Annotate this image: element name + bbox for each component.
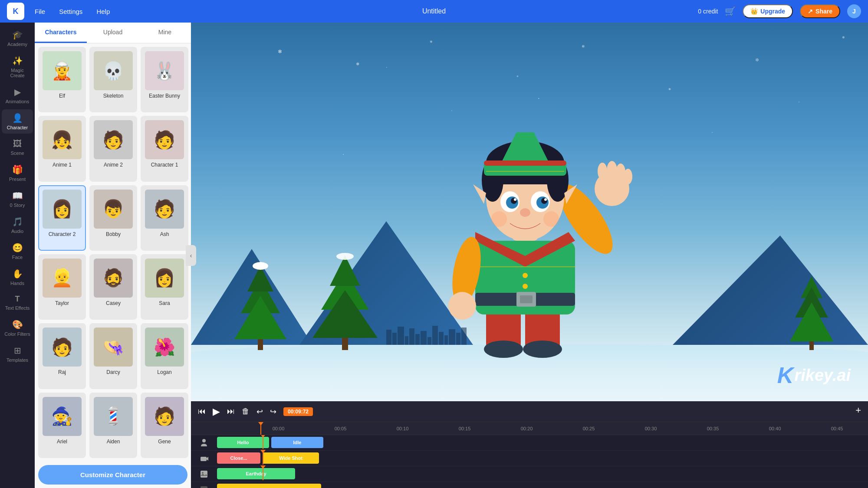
nav-file[interactable]: File: [35, 8, 45, 15]
char-card-taylor[interactable]: 👱 Taylor: [38, 254, 86, 320]
svg-point-11: [523, 284, 528, 289]
char-card-easter-bunny[interactable]: 🐰 Easter Bunny: [141, 47, 188, 112]
clip-close[interactable]: Close...: [217, 452, 260, 464]
snowflake: •: [712, 131, 713, 134]
char-card-sara[interactable]: 👩 Sara: [141, 254, 188, 320]
track-row-scene: Earthday: [191, 466, 868, 482]
char-name-skeleton: Skeleton: [103, 93, 124, 99]
sidebar-item-magic-create[interactable]: ✨ Magic Create: [2, 52, 33, 82]
char-card-character1[interactable]: 🧑 Character 1: [141, 116, 188, 181]
sidebar-item-face[interactable]: 😊 Face: [2, 239, 33, 263]
sidebar-item-hands[interactable]: ✋ Hands: [2, 265, 33, 289]
nav-menu: File Settings Help: [35, 8, 110, 15]
sidebar-item-text-effects[interactable]: T Text Effects: [2, 291, 33, 314]
clip-hello[interactable]: Hello: [217, 437, 269, 448]
canvas-area: ❄ ❄ ❄ ❄ ❄ ❄ ❄ ❄ • • • • • •: [191, 23, 868, 488]
ruler-mark-3: 00:15: [434, 426, 496, 431]
redo-button[interactable]: ↪: [270, 407, 276, 416]
ruler-mark-9: 00:45: [806, 426, 868, 431]
char-name-elf: Elf: [59, 93, 65, 99]
skip-forward-button[interactable]: ⏭: [227, 407, 235, 416]
sidebar-item-color-filters[interactable]: 🎨 Color Filters: [2, 316, 33, 340]
skip-back-button[interactable]: ⏮: [198, 407, 206, 416]
char-card-gene[interactable]: 🧑 Gene: [141, 393, 188, 458]
clip-earthday[interactable]: Earthday: [217, 468, 295, 479]
char-avatar-character1: 🧑: [145, 120, 184, 159]
svg-point-44: [202, 439, 206, 442]
track-icon-scene: [191, 470, 217, 478]
char-card-character2[interactable]: 👩 Character 2: [38, 185, 86, 251]
char-card-logan[interactable]: 🌺 Logan: [141, 323, 188, 389]
svg-point-35: [544, 198, 547, 201]
add-track-button[interactable]: +: [855, 405, 861, 416]
panel-tabs: Characters Upload Mine: [35, 23, 191, 43]
canvas-viewport: ❄ ❄ ❄ ❄ ❄ ❄ ❄ ❄ • • • • • •: [191, 23, 868, 401]
nav-settings[interactable]: Settings: [59, 8, 82, 15]
char-name-casey: Casey: [106, 300, 121, 306]
share-icon: ↗: [808, 8, 813, 15]
track-icon-character: [191, 439, 217, 447]
share-button[interactable]: ↗ Share: [800, 4, 840, 18]
char-card-raj[interactable]: 🧑 Raj: [38, 323, 86, 389]
char-card-casey[interactable]: 🧔 Casey: [89, 254, 137, 320]
clip-extra[interactable]: [217, 484, 321, 488]
panel-collapse-button[interactable]: ‹: [186, 245, 196, 266]
clip-wide-shot[interactable]: Wide Shot: [263, 452, 319, 464]
snowflake: •: [451, 109, 452, 112]
tab-characters[interactable]: Characters: [35, 23, 87, 43]
char-card-ash[interactable]: 🧑 Ash: [141, 185, 188, 251]
ruler-mark-8: 00:40: [744, 426, 806, 431]
tab-mine[interactable]: Mine: [139, 23, 191, 43]
timeline-area: ⏮ ▶ ⏭ 🗑 ↩ ↪ 00:09:72 + 00:00 00:05 00:10…: [191, 401, 868, 488]
upgrade-button[interactable]: 👑 Upgrade: [743, 4, 793, 18]
play-button[interactable]: ▶: [213, 406, 220, 417]
char-card-anime2[interactable]: 🧑 Anime 2: [89, 116, 137, 181]
sidebar-item-character[interactable]: 👤 Character: [2, 109, 33, 134]
clip-idle[interactable]: Idle: [271, 437, 323, 448]
svg-rect-8: [520, 295, 533, 303]
char-name-sara: Sara: [159, 300, 170, 306]
app-logo[interactable]: K: [7, 3, 24, 20]
char-avatar-anime1: 👧: [43, 120, 82, 159]
academy-icon: 🎓: [12, 29, 23, 40]
char-avatar-raj: 🧑: [43, 328, 82, 367]
char-card-ariel[interactable]: 🧙 Ariel: [38, 393, 86, 458]
svg-point-34: [514, 198, 516, 201]
nav-help[interactable]: Help: [96, 8, 110, 15]
snowflake: ❄: [430, 40, 433, 44]
sidebar-item-present[interactable]: 🎁 Present: [2, 161, 33, 185]
snowflake: ❄: [842, 36, 845, 39]
sidebar-item-animations[interactable]: ▶ Animations: [2, 83, 33, 108]
undo-button[interactable]: ↩: [256, 407, 263, 416]
char-name-ash: Ash: [160, 231, 169, 237]
ruler-mark-6: 00:30: [620, 426, 682, 431]
char-avatar-ariel: 🧙: [43, 397, 82, 436]
ruler-mark-4: 00:20: [496, 426, 558, 431]
char-card-aiden[interactable]: 💈 Aiden: [89, 393, 137, 458]
icon-sidebar: 🎓 Academy ✨ Magic Create ▶ Animations 👤 …: [0, 23, 35, 488]
sidebar-item-audio[interactable]: 🎵 Audio: [2, 213, 33, 237]
ruler-mark-1: 00:05: [309, 426, 372, 431]
tab-upload[interactable]: Upload: [87, 23, 139, 43]
sidebar-item-scene[interactable]: 🖼 Scene: [2, 135, 33, 159]
char-card-bobby[interactable]: 👦 Bobby: [89, 185, 137, 251]
playhead-track3: [263, 468, 263, 480]
char-card-elf[interactable]: 🧝 Elf: [38, 47, 86, 112]
project-title[interactable]: Untitled: [422, 7, 446, 15]
timeline-tracks: Hello Idle: [191, 435, 868, 488]
svg-rect-45: [201, 457, 207, 461]
user-avatar[interactable]: J: [847, 4, 861, 18]
playhead-arrow: [258, 422, 263, 426]
cart-icon[interactable]: 🛒: [725, 6, 736, 16]
char-card-anime1[interactable]: 👧 Anime 1: [38, 116, 86, 181]
sidebar-item-templates[interactable]: ⊞ Templates: [2, 342, 33, 366]
sidebar-item-story[interactable]: 📖 0 Story: [2, 187, 33, 211]
time-badge: 00:09:72: [283, 407, 313, 416]
sidebar-item-academy[interactable]: 🎓 Academy: [2, 26, 33, 50]
char-card-darcy[interactable]: 👒 Darcy: [89, 323, 137, 389]
customize-character-button[interactable]: Customize Character: [38, 465, 187, 485]
snowflake: •: [799, 101, 799, 103]
char-card-skeleton[interactable]: 💀 Skeleton: [89, 47, 137, 112]
delete-clip-button[interactable]: 🗑: [242, 407, 250, 416]
templates-icon: ⊞: [14, 345, 21, 356]
